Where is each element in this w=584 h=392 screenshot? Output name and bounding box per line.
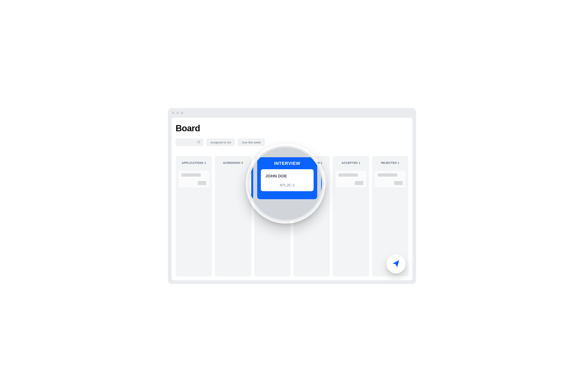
app-content: Board Assigned to me Due this week APPLI…: [172, 118, 412, 280]
placeholder-line: [355, 181, 363, 185]
column-title: ACCEPTED 1: [333, 159, 369, 170]
svg-point-0: [197, 141, 200, 143]
window-controls: [168, 108, 416, 118]
page-title: Board: [176, 123, 408, 133]
placeholder-line: [260, 194, 279, 198]
column-title: SCREENING 0: [215, 159, 251, 170]
traffic-light-dot[interactable]: [176, 112, 179, 114]
placeholder-line: [181, 174, 201, 176]
traffic-light-dot[interactable]: [172, 112, 174, 114]
column-title: INTERVIEW: [254, 159, 290, 170]
column-title: EVALUATION 1: [294, 159, 330, 170]
placeholder-line: [299, 174, 319, 176]
filter-row: Assigned to me Due this week: [176, 138, 408, 146]
placeholder-line: [260, 174, 279, 176]
column-title: REJECTED 1: [372, 159, 408, 170]
placeholder-line: [198, 181, 206, 185]
column-screening[interactable]: SCREENING 0: [215, 156, 251, 276]
kanban-card[interactable]: [257, 170, 288, 188]
placeholder-line: [276, 202, 285, 206]
search-icon: [197, 140, 201, 145]
placeholder-line: [394, 181, 403, 185]
placeholder-line: [338, 174, 358, 176]
kanban-card[interactable]: [178, 170, 210, 188]
placeholder-line: [316, 181, 324, 185]
column-title: APPLICATIONS 1: [176, 159, 212, 170]
send-fab[interactable]: [386, 254, 406, 274]
column-interview[interactable]: INTERVIEW: [254, 156, 290, 276]
browser-window: Board Assigned to me Due this week APPLI…: [168, 108, 416, 284]
kanban-card[interactable]: [374, 170, 406, 188]
search-input[interactable]: [176, 138, 204, 146]
traffic-light-dot[interactable]: [181, 112, 183, 114]
column-applications[interactable]: APPLICATIONS 1: [176, 156, 212, 276]
filter-due-this-week[interactable]: Due this week: [238, 138, 264, 146]
svg-line-1: [199, 142, 200, 143]
kanban-card[interactable]: [335, 170, 367, 188]
column-evaluation[interactable]: EVALUATION 1: [294, 156, 330, 276]
filter-assigned-to-me[interactable]: Assigned to me: [206, 138, 235, 146]
kanban-card[interactable]: [257, 191, 288, 209]
placeholder-line: [276, 181, 285, 185]
paper-plane-icon: [391, 259, 401, 269]
placeholder-line: [378, 174, 397, 176]
kanban-card[interactable]: [296, 170, 327, 188]
kanban-board: APPLICATIONS 1 SCREENING 0 INTERVIEW: [176, 156, 408, 276]
column-accepted[interactable]: ACCEPTED 1: [333, 156, 369, 276]
